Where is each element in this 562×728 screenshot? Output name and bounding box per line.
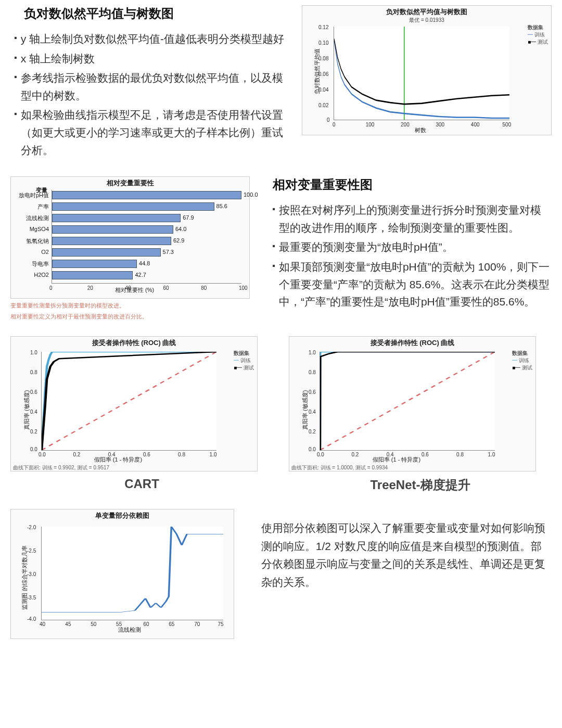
roc-cart-legtitle: 数据集 (234, 350, 254, 357)
roc-cart-auc: 曲线下面积: 训练 = 0.9902, 测试 = 0.9517 (11, 463, 257, 472)
varimp-bar-4 (52, 237, 171, 245)
nll-ylabel: 负对数似然平均值 (313, 48, 321, 94)
varimp-cat-4: 氢氧化钠 (26, 237, 52, 245)
nll-xlabel: 树数 (415, 126, 426, 134)
roc-cart-leg2: 测试 (244, 365, 254, 371)
varimp-val-1: 85.6 (216, 203, 227, 209)
cart-label: CART (10, 477, 273, 491)
varimp-cat-3: MgSO4 (30, 226, 52, 232)
varimp-foot2: 相对重要性定义为相对于最佳预测变量的改进百分比。 (10, 313, 253, 321)
roc-cart-title: 接受者操作特性 (ROC) 曲线 (11, 337, 257, 348)
varimp-bar-0 (52, 191, 241, 199)
roc-cart-leg1: 训练 (240, 357, 251, 363)
varimp-cat-7: H2O2 (34, 272, 52, 278)
varimp-val-3: 64.0 (175, 226, 186, 232)
varimp-bar-3 (52, 225, 173, 234)
varimp-val-0: 100.0 (244, 191, 258, 198)
roc-cart-svg (42, 352, 216, 450)
nll-chart-subtitle: 最优 = 0.01933 (302, 17, 551, 24)
varimp-cat-1: 产率 (37, 203, 52, 211)
pdep-yl: 监测图 的综合半对数几率 (21, 545, 29, 610)
section2-bullets: 按照在对树序列上的预测变量进行拆分时预测变量对模型的改进作用的顺序，绘制预测变量… (269, 201, 552, 311)
varimp-chart: 相对变量重要性 放电时pH值100.0产率85.6流线检测67.9MgSO464… (10, 176, 250, 299)
varimp-val-4: 62.9 (173, 237, 184, 244)
roc-tn-title: 接受者操作特性 (ROC) 曲线 (289, 337, 535, 348)
varimp-val-2: 67.9 (183, 214, 194, 221)
roc-cart-xl: 假阳率 (1 - 特异度) (94, 456, 142, 464)
varimp-bar-5 (52, 248, 161, 257)
s2-b2: 如果顶部预测变量“放电时pH值”的贡献为 100%，则下一个重要变量“产率”的贡… (279, 258, 552, 311)
roc-tn-auc: 曲线下面积: 训练 = 1.0000, 测试 = 0.9934 (289, 463, 535, 472)
section1-bullets: y 轴上绘制负对数似然平均值-值越低表明分类模型越好 x 轴上绘制树数 参考线指… (10, 30, 286, 159)
varimp-cat-2: 流线检测 (26, 214, 52, 222)
s1-b1: x 轴上绘制树数 (21, 50, 95, 68)
nll-chart: 负对数似然平均值与树数图 最优 = 0.01933 0.120.100.080.… (302, 5, 552, 135)
roc-cart-chart: 接受者操作特性 (ROC) 曲线 1.00.80.60.40.20.0 0.00… (10, 336, 258, 471)
varimp-foot1: 变量重要性测量拆分预测变量时的模型改进。 (10, 302, 253, 310)
nll-leg-test: 测试 (538, 39, 548, 45)
varimp-cat-5: O2 (41, 249, 52, 255)
roc-tn-chart: 接受者操作特性 (ROC) 曲线 1.00.80.60.40.20.0 0.00… (289, 336, 536, 471)
varimp-cat-6: 导电率 (32, 260, 52, 268)
nll-chart-title: 负对数似然平均值与树数图 (302, 6, 551, 17)
nll-leg-train: 训练 (534, 32, 545, 37)
svg-line-2 (320, 352, 495, 450)
section1-title: 负对数似然平均值与树数图 (24, 5, 286, 22)
varimp-val-7: 42.7 (135, 272, 146, 278)
section2-title: 相对变量重要性图 (273, 176, 552, 193)
varimp-val-6: 44.8 (139, 260, 150, 266)
roc-tn-leg1: 训练 (519, 357, 529, 363)
roc-tn-xl: 假阳率 (1 - 特异度) (373, 456, 420, 464)
pdep-svg (42, 527, 223, 620)
s1-b2: 参考线指示检验数据的最优负对数似然平均值，以及模型中的树数。 (21, 69, 286, 104)
varimp-bar-6 (52, 260, 137, 268)
s1-b0: y 轴上绘制负对数似然平均值-值越低表明分类模型越好 (21, 30, 284, 48)
pdep-title: 单变量部分依赖图 (11, 509, 234, 520)
roc-cart-yl: 真阳率 (敏感度) (23, 390, 31, 430)
varimp-bar-1 (52, 202, 214, 211)
varimp-bar-2 (52, 214, 181, 222)
s1-b3: 如果检验曲线指示模型不足，请考虑是否使用替代设置（如更大或更小的学习速率或更大的… (21, 106, 286, 159)
pdep-xl: 流线检测 (118, 626, 141, 634)
section4-text: 使用部分依赖图可以深入了解重要变量或变量对如何影响预测的响应。1/2 对数尺度的… (261, 519, 552, 592)
pdep-chart: 单变量部分依赖图 -2.0-2.5-3.0-3.5-4.0 4045505560… (10, 509, 234, 639)
nll-plot-svg (334, 27, 509, 120)
roc-tn-svg (320, 352, 495, 450)
roc-tn-leg2: 测试 (522, 365, 532, 371)
varimp-yhead: 变量 (36, 186, 47, 194)
nll-legend-title: 数据集 (528, 24, 548, 31)
varimp-val-5: 57.3 (163, 249, 174, 255)
varimp-xlabel: 相对重要性 (%) (115, 286, 154, 294)
varimp-bar-7 (52, 271, 133, 279)
treenet-label: TreeNet-梯度提升 (289, 477, 552, 493)
svg-line-1 (42, 352, 216, 450)
roc-tn-legtitle: 数据集 (512, 350, 532, 357)
s2-b1: 最重要的预测变量为“放电时pH值”。 (279, 238, 453, 256)
s2-b0: 按照在对树序列上的预测变量进行拆分时预测变量对模型的改进作用的顺序，绘制预测变量… (279, 201, 552, 236)
roc-tn-yl: 真阳率 (敏感度) (301, 390, 309, 430)
